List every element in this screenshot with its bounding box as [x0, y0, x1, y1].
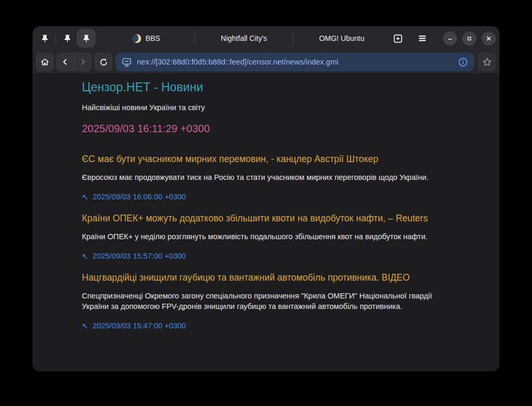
northwest-arrow-icon: ↖ [82, 193, 89, 201]
maximize-button[interactable] [462, 31, 476, 46]
feed-timestamp-heading: 2025/09/03 16:11:29 +0300 [82, 123, 450, 134]
navigation-bar: nex://[302:68d0:f0d5:b88d::feed]/censor.… [33, 50, 499, 73]
tab-strip: BBS Nightfall City's OMG! Ubuntu [98, 26, 390, 50]
news-article: Країни ОПЕК+ можуть додатково збільшити … [82, 213, 450, 260]
moon-icon [132, 34, 141, 43]
reload-button[interactable] [94, 52, 112, 71]
article-timestamp-label: 2025/09/03 15:47:00 +0300 [93, 322, 186, 330]
page-info-icon[interactable] [457, 57, 469, 68]
new-tab-button[interactable] [390, 30, 405, 46]
pinned-tab-1[interactable] [35, 29, 54, 48]
pinned-tabs-group [35, 29, 95, 48]
article-title: Нацгвардійці знищили гаубицю та вантажни… [82, 272, 450, 283]
page-content: Цензор.НЕТ - Новини Найсвіжіші новини Ук… [33, 73, 499, 371]
tab-label: BBS [145, 34, 160, 42]
pushpin-icon [63, 34, 72, 43]
article-timestamp-label: 2025/09/03 15:57:00 +0300 [93, 252, 186, 260]
article-timestamp-link[interactable]: ↖ 2025/09/03 15:47:00 +0300 [82, 322, 450, 330]
article-timestamp-link[interactable]: ↖ 2025/09/03 16:06:00 +0300 [82, 193, 450, 201]
tab-label: Nightfall City's [221, 34, 267, 42]
pushpin-icon [40, 34, 49, 43]
tab-omg-ubuntu[interactable]: OMG! Ubuntu [293, 29, 390, 48]
forward-button[interactable] [75, 52, 92, 71]
divider [56, 32, 56, 45]
tab-bbs[interactable]: BBS [98, 29, 195, 48]
page-title: Цензор.НЕТ - Новини [82, 80, 450, 94]
northwest-arrow-icon: ↖ [82, 322, 89, 330]
article-timestamp-link[interactable]: ↖ 2025/09/03 15:57:00 +0300 [82, 252, 450, 260]
back-button[interactable] [56, 52, 74, 71]
minimize-button[interactable] [443, 31, 457, 46]
tab-nightfall-citys[interactable]: Nightfall City's [195, 29, 292, 48]
article-summary: Євросоюз має продовжувати тиск на Росію … [82, 172, 450, 183]
pushpin-icon [82, 34, 91, 43]
article-title: Країни ОПЕК+ можуть додатково збільшити … [82, 213, 450, 223]
titlebar-controls [390, 30, 496, 46]
news-article: ЄС має бути учасником мирних перемовин, … [82, 154, 450, 201]
page-subtitle: Найсвіжіші новини України та світу [82, 103, 450, 112]
url-field[interactable]: nex://[302:68d0:f0d5:b88d::feed]/censor.… [137, 58, 453, 66]
hamburger-menu-button[interactable] [414, 30, 430, 46]
close-button[interactable] [482, 31, 496, 46]
history-buttons-group [56, 52, 92, 71]
home-button[interactable] [36, 52, 54, 71]
bookmark-star-button[interactable] [477, 52, 496, 71]
pinned-tab-3-active[interactable] [77, 29, 95, 48]
pinned-tab-2[interactable] [58, 29, 77, 48]
news-article: Нацгвардійці знищили гаубицю та вантажни… [82, 272, 450, 330]
browser-window: BBS Nightfall City's OMG! Ubuntu [33, 26, 499, 371]
article-title: ЄС має бути учасником мирних перемовин, … [82, 154, 450, 164]
terminal-monitor-icon [121, 57, 132, 68]
article-summary: Країни ОПЕК+ у неділю розглянуть можливі… [82, 231, 450, 242]
article-summary: Спецпризначенці Окремого загону спеціаль… [82, 291, 450, 312]
northwest-arrow-icon: ↖ [82, 252, 89, 260]
url-bar[interactable]: nex://[302:68d0:f0d5:b88d::feed]/censor.… [115, 52, 474, 71]
article-timestamp-label: 2025/09/03 16:06:00 +0300 [93, 193, 186, 201]
tab-bar: BBS Nightfall City's OMG! Ubuntu [33, 26, 499, 50]
tab-label: OMG! Ubuntu [319, 34, 364, 42]
